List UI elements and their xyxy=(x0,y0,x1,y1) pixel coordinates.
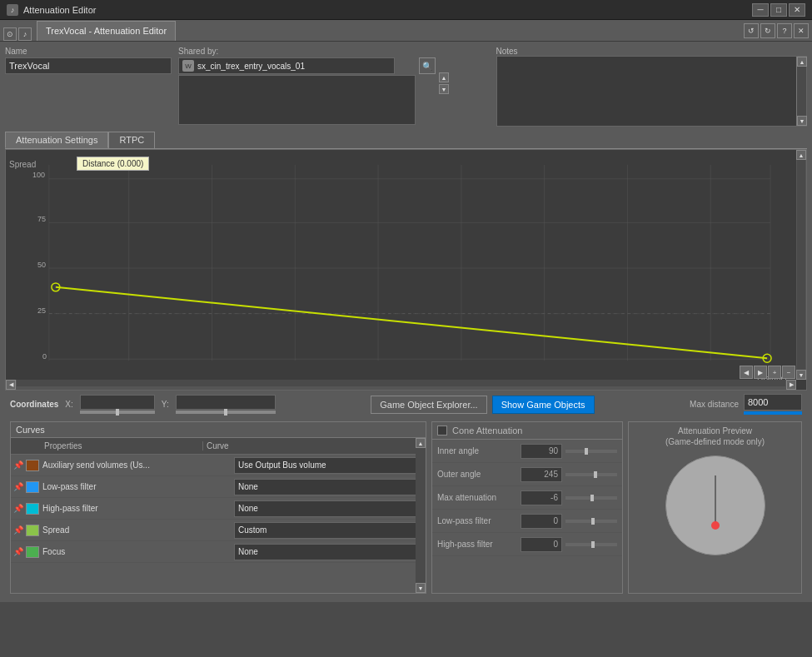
curves-scroll-up[interactable]: ▲ xyxy=(416,438,426,448)
maximize-button[interactable]: □ xyxy=(770,3,787,17)
window-title: Attenuation Editor xyxy=(23,5,96,15)
pin-4[interactable]: 📌 xyxy=(11,541,26,563)
inner-angle-input[interactable] xyxy=(521,444,562,459)
cone-checkbox[interactable] xyxy=(437,426,447,436)
max-atten-input[interactable] xyxy=(521,490,562,505)
pin-3[interactable]: 📌 xyxy=(11,520,26,541)
scroll-down-arrow[interactable]: ▼ xyxy=(439,84,449,94)
title-bar: ♪ Attenuation Editor ─ □ ✕ xyxy=(0,0,812,20)
help-btn[interactable]: ? xyxy=(777,23,792,38)
name-group: Name xyxy=(5,47,172,127)
vscroll-up[interactable]: ▲ xyxy=(796,150,806,160)
color-1 xyxy=(26,481,39,493)
curve-select-1: None ▼ xyxy=(234,479,426,495)
notes-scroll-down[interactable]: ▼ xyxy=(797,116,807,126)
y-coord-input[interactable] xyxy=(176,395,276,410)
notes-group: Notes ▲ ▼ xyxy=(496,47,808,127)
graph-vscrollbar: ▲ ▼ xyxy=(796,150,806,380)
curve-dropdown-3[interactable]: Custom xyxy=(234,522,426,539)
scroll-up-arrow[interactable]: ▲ xyxy=(439,72,449,82)
name-input[interactable] xyxy=(5,57,172,74)
notes-scrollbar: ▲ ▼ xyxy=(796,57,806,126)
lowpass-input[interactable] xyxy=(521,514,562,529)
preview-dot xyxy=(711,521,720,530)
shared-search-button[interactable]: 🔍 xyxy=(419,57,436,74)
max-distance-slider[interactable] xyxy=(744,411,802,415)
outer-angle-input[interactable] xyxy=(521,467,562,482)
zoom-in[interactable]: + xyxy=(768,366,781,379)
cone-field-outer-angle: Outer angle xyxy=(432,463,622,486)
vscroll-track[interactable] xyxy=(797,160,805,370)
notes-area[interactable]: ▲ ▼ xyxy=(496,56,808,127)
toolbar-btn-1[interactable]: ↺ xyxy=(744,23,759,38)
preview-panel: Attenuation Preview (Game-defined mode o… xyxy=(628,421,802,594)
game-object-explorer-button[interactable]: Game Object Explorer... xyxy=(371,396,486,414)
close-button[interactable]: ✕ xyxy=(789,3,805,17)
curve-dropdown-4[interactable]: None xyxy=(234,544,426,560)
curve-dropdown-0[interactable]: Use Output Bus volume xyxy=(234,457,426,474)
hscroll-left[interactable]: ◀ xyxy=(6,380,16,390)
prop-name-4: Focus xyxy=(42,547,234,556)
back-icon[interactable]: ⊙ xyxy=(3,27,17,41)
shared-list[interactable] xyxy=(178,75,416,125)
nav-right[interactable]: ▶ xyxy=(754,366,767,379)
show-game-objects-button[interactable]: Show Game Objects xyxy=(492,396,595,414)
pin-2[interactable]: 📌 xyxy=(11,498,26,520)
nav-left[interactable]: ◀ xyxy=(740,366,753,379)
prop-name-0: Auxiliary send volumes (Us... xyxy=(42,460,234,470)
inner-angle-label: Inner angle xyxy=(437,446,521,455)
curves-scroll-track xyxy=(416,448,426,583)
cone-field-inner-angle: Inner angle xyxy=(432,440,622,463)
pin-1[interactable]: 📌 xyxy=(11,476,26,498)
max-distance-input[interactable] xyxy=(744,394,802,411)
curve-row-0: 📌 Auxiliary send volumes (Us... Use Outp… xyxy=(11,455,426,476)
graph-svg xyxy=(6,150,806,390)
x-coord-input[interactable] xyxy=(80,395,155,410)
top-section: Name Shared by: W sx_cin_trex_entry_voca… xyxy=(5,47,807,127)
curve-dropdown-2[interactable]: None xyxy=(234,500,426,517)
curve-select-2: None ▼ xyxy=(234,500,426,517)
distance-tooltip: Distance (0.000) xyxy=(77,157,149,171)
max-distance-label: Max distance xyxy=(690,400,739,409)
tab-rtpc[interactable]: RTPC xyxy=(108,132,155,148)
highpass-slider[interactable] xyxy=(565,543,617,546)
outer-angle-slider[interactable] xyxy=(565,473,617,476)
speaker-icon[interactable]: ♪ xyxy=(18,27,32,41)
close-panel-btn[interactable]: ✕ xyxy=(794,23,809,38)
zoom-out[interactable]: − xyxy=(782,366,795,379)
shared-input[interactable]: W sx_cin_trex_entry_vocals_01 xyxy=(178,57,395,74)
cone-title: Cone Attenuation xyxy=(452,426,522,436)
graph-hscrollbar: ◀ ▶ xyxy=(6,380,796,390)
graph-nav-buttons: ◀ ▶ + − xyxy=(739,365,796,380)
curves-scroll-down[interactable]: ▼ xyxy=(416,583,426,593)
hscroll-track[interactable] xyxy=(17,380,785,386)
y-label: Y: xyxy=(162,400,169,409)
tabs-row: Attenuation Settings RTPC xyxy=(5,132,807,149)
toolbar-btn-2[interactable]: ↻ xyxy=(760,23,775,38)
lowpass-slider[interactable] xyxy=(565,520,617,523)
curves-title: Curves xyxy=(11,422,426,438)
max-atten-label: Max attenuation xyxy=(437,493,521,502)
hscroll-right[interactable]: ▶ xyxy=(786,380,796,390)
inner-angle-slider[interactable] xyxy=(565,450,617,453)
curves-table: Properties Curve 📌 Auxiliary send volume… xyxy=(11,438,426,593)
x-coord-slider[interactable] xyxy=(80,411,155,414)
vscroll-down[interactable]: ▼ xyxy=(796,370,806,380)
curve-row-3: 📌 Spread Custom ▼ xyxy=(11,520,426,541)
cone-field-highpass: High-pass filter xyxy=(432,533,622,556)
curve-dropdown-1[interactable]: None xyxy=(234,479,426,495)
action-buttons: Game Object Explorer... Show Game Object… xyxy=(282,396,683,414)
y-coord-slider[interactable] xyxy=(176,411,276,414)
name-label: Name xyxy=(5,47,172,56)
minimize-button[interactable]: ─ xyxy=(752,3,769,17)
highpass-label: High-pass filter xyxy=(437,540,521,549)
notes-label: Notes xyxy=(496,47,808,56)
curve-row-1: 📌 Low-pass filter None ▼ xyxy=(11,476,426,498)
tab-attenuation-settings[interactable]: Attenuation Settings xyxy=(5,132,108,148)
app-tab[interactable]: TrexVocal - Attenuation Editor xyxy=(37,21,176,41)
highpass-input[interactable] xyxy=(521,537,562,552)
lowpass-label: Low-pass filter xyxy=(437,516,521,525)
notes-scroll-up[interactable]: ▲ xyxy=(797,57,807,67)
pin-0[interactable]: 📌 xyxy=(11,455,26,476)
max-atten-slider[interactable] xyxy=(565,496,617,500)
